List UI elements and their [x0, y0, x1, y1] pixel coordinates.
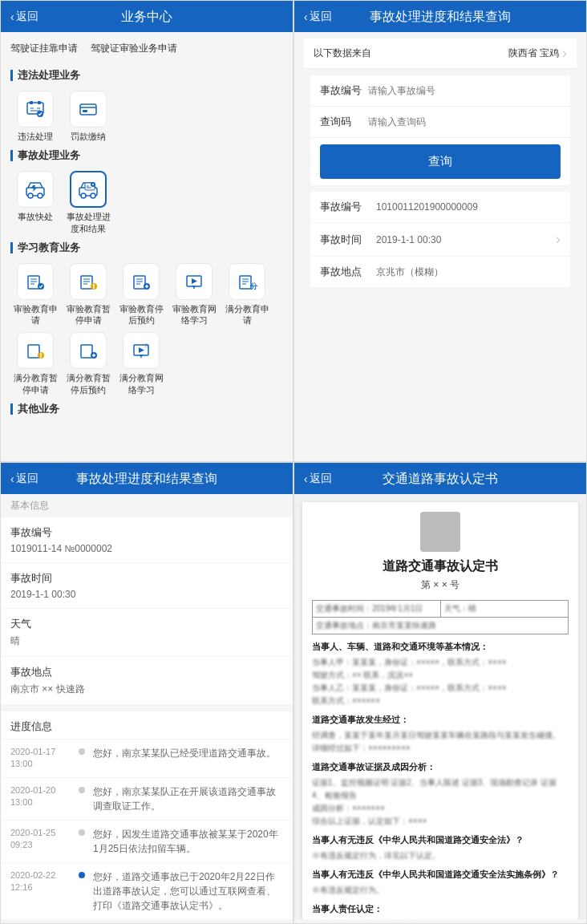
business-center-content: 驾驶证挂靠申请 驾驶证审验业务申请 违法处理业务: [1, 32, 293, 457]
icon-violation-process[interactable]: 违法处理: [10, 91, 60, 142]
header-business-center: ‹ 返回 业务中心: [1, 1, 293, 32]
accident-grid: 事故快处: [10, 171, 283, 234]
back-button-bl[interactable]: ‹ 返回: [10, 472, 38, 486]
result-row-1[interactable]: 事故时间 2019-1-1 00:30: [310, 223, 570, 257]
svg-point-8: [38, 193, 43, 198]
progress-dot-1: [79, 787, 85, 793]
query-button[interactable]: 查询: [320, 144, 561, 179]
detail-location: 事故地点 南京市 ×× 快速路: [1, 657, 293, 705]
icon-box-accident-quick: [17, 171, 54, 208]
base-info-label: 基本信息: [1, 494, 293, 517]
detail-card: 事故编号 1019011-14 №0000002 事故时间 2019-1-1 0…: [1, 517, 293, 705]
doc-section-law1: 当事人有无违反《中华人民共和国道路交通安全法》？: [312, 834, 569, 846]
query-code-input[interactable]: [368, 116, 561, 128]
svg-rect-14: [28, 276, 39, 289]
data-source-arrow: [562, 45, 567, 62]
icon-payment[interactable]: 罚款缴纳: [63, 91, 113, 142]
icon-edu6[interactable]: 满分教育暂停申请: [10, 332, 60, 395]
query-form: 事故编号 查询码 查询: [310, 75, 570, 185]
doc-basic-table: 交通事故时间：2019年1月1日 天气：晴 交通事故地点：南京市某某快速路: [312, 600, 569, 634]
progress-item-2: 2020-01-25 09:23 您好，因发生道路交通事故被某某于2020年1月…: [1, 821, 293, 863]
svg-rect-18: [134, 276, 145, 289]
query-code-row: 查询码: [310, 107, 570, 138]
header-accident-detail: ‹ 返回 事故处理进度和结果查询: [1, 463, 293, 494]
progress-dot-3: [79, 872, 85, 878]
query-results: 事故编号 1010011201900000009 事故时间 2019-1-1 0…: [310, 192, 570, 288]
data-source-value[interactable]: 陕西省 宝鸡: [508, 45, 567, 62]
svg-rect-4: [80, 104, 96, 115]
doc-law1-text: ※有违反规定行为，详见以下认定。: [312, 849, 569, 862]
doc-stamp: [420, 512, 460, 552]
section-education: 学习教育业务: [10, 241, 283, 255]
header-doc-viewer: ‹ 返回 交通道路事故认定书: [294, 463, 586, 494]
result-row-2: 事故地点 京兆市（模糊）: [310, 257, 570, 288]
svg-point-10: [81, 193, 86, 198]
svg-text:分: 分: [144, 343, 149, 348]
svg-point-7: [28, 193, 33, 198]
violation-grid: 违法处理 罚款缴纳: [10, 91, 283, 142]
back-button-tr[interactable]: ‹ 返回: [304, 10, 332, 24]
section-other: 其他业务: [10, 402, 283, 416]
icon-edu2[interactable]: 审验教育暂停申请: [63, 263, 113, 326]
icon-edu5[interactable]: 分 满分教育申请: [222, 263, 272, 326]
icon-box-violation: [17, 91, 54, 128]
svg-point-11: [91, 193, 95, 198]
svg-rect-2: [38, 101, 41, 104]
svg-marker-29: [139, 347, 144, 353]
accident-number-input[interactable]: [368, 85, 561, 96]
doc-section-responsibility: 当事人责任认定：: [312, 903, 569, 915]
progress-item-1: 2020-01-20 13:00 您好，南京某某队正在开展该道路交通事故调查取证…: [1, 778, 293, 821]
back-button-br[interactable]: ‹ 返回: [304, 472, 332, 486]
svg-rect-22: [240, 276, 251, 289]
section-violation: 违法处理业务: [10, 68, 283, 83]
progress-section: 进度信息 2020-01-17 13:00 您好，南京某某队已经受理道路交通事故…: [1, 711, 293, 919]
icon-edu7[interactable]: 满分教育暂停后预约: [63, 332, 113, 395]
doc-section-parties: 当事人、车辆、道路和交通环境等基本情况：: [312, 641, 569, 653]
icon-box-accident-progress: [70, 171, 107, 208]
data-source-bar: 以下数据来自 陕西省 宝鸡: [304, 38, 577, 69]
doc-parties-text: 当事人甲：某某某，身份证：×××××，联系方式：×××× 驾驶方式：×× 联系，…: [312, 656, 569, 707]
icon-edu1[interactable]: 审验教育申请: [10, 263, 60, 326]
progress-dot-2: [79, 829, 85, 836]
doc-paper: 道路交通事故认定书 第 × × 号 交通事故时间：2019年1月1日 天气：晴 …: [302, 502, 578, 919]
svg-rect-1: [30, 101, 33, 104]
detail-accident-number: 事故编号 1019011-14 №0000002: [1, 517, 293, 563]
progress-dot-0: [79, 748, 85, 755]
back-button-tl[interactable]: ‹ 返回: [10, 10, 38, 24]
svg-rect-16: [81, 276, 92, 289]
svg-rect-26: [81, 345, 92, 358]
doc-responsibility-text: 当事人甲负本次事故的主要责任。 当事人乙负本次事故的次要责任。: [312, 918, 569, 919]
progress-item-0: 2020-01-17 13:00 您好，南京某某队已经受理道路交通事故。: [1, 740, 293, 778]
doc-section-law2: 当事人有无违反《中华人民共和国道路交通安全法实施条例》？: [312, 869, 569, 881]
top-links: 驾驶证挂靠申请 驾驶证审验业务申请: [10, 38, 283, 62]
doc-process-text: 经调查，某某于某年某月某日驾驶某某车辆在某路段与某某发生碰撞。 详细经过如下：×…: [312, 729, 569, 755]
icon-box-payment: [70, 91, 107, 128]
icon-accident-progress[interactable]: 事故处理进度和结果: [63, 171, 113, 234]
doc-main-title: 道路交通事故认定书: [312, 558, 569, 575]
icon-accident-quick[interactable]: 事故快处: [10, 171, 60, 234]
main-grid: ‹ 返回 业务中心 驾驶证挂靠申请 驾驶证审验业务申请 违法处理业务: [0, 0, 587, 924]
doc-section-evidence: 道路交通事故证据及成因分析：: [312, 761, 569, 773]
progress-item-3: 2020-02-22 12:16 您好，道路交通事故已于2020年2月22日作出…: [1, 863, 293, 919]
header-query: ‹ 返回 事故处理进度和结果查询: [294, 1, 586, 32]
doc-law2-text: ※有违反规定行为。: [312, 884, 569, 897]
query-content: 以下数据来自 陕西省 宝鸡 事故编号 查询码 查询: [294, 32, 586, 457]
result-row-0: 事故编号 1010011201900000009: [310, 192, 570, 223]
doc-section-process: 道路交通事故发生经过：: [312, 714, 569, 726]
icon-edu3[interactable]: 审验教育停后预约: [116, 263, 166, 326]
svg-rect-5: [83, 110, 87, 112]
detail-accident-time: 事故时间 2019-1-1 00:30: [1, 563, 293, 609]
svg-marker-21: [192, 278, 197, 284]
section-accident: 事故处理业务: [10, 148, 283, 163]
icon-edu4[interactable]: 审验教育网络学习: [169, 263, 219, 326]
result-arrow-1: [556, 231, 561, 248]
panel-accident-detail: ‹ 返回 事故处理进度和结果查询 基本信息 事故编号 1019011-14 №0…: [0, 462, 294, 924]
svg-text:分: 分: [249, 282, 258, 290]
icon-edu8[interactable]: 分 满分教育网络学习: [116, 332, 166, 395]
education-grid: 审验教育申请 审验教育暂停申请: [10, 263, 283, 395]
detail-weather: 天气 晴: [1, 609, 293, 657]
panel-business-center: ‹ 返回 业务中心 驾驶证挂靠申请 驾驶证审验业务申请 违法处理业务: [0, 0, 294, 462]
panel-doc-viewer: ‹ 返回 交通道路事故认定书 道路交通事故认定书 第 × × 号 交通事故时间：…: [294, 462, 587, 924]
doc-sub-title: 第 × × 号: [312, 578, 569, 592]
doc-evidence-text: 证据1、监控视频证明 证据2、当事人陈述 证据3、现场勘查记录 证据4、检验报告…: [312, 776, 569, 828]
